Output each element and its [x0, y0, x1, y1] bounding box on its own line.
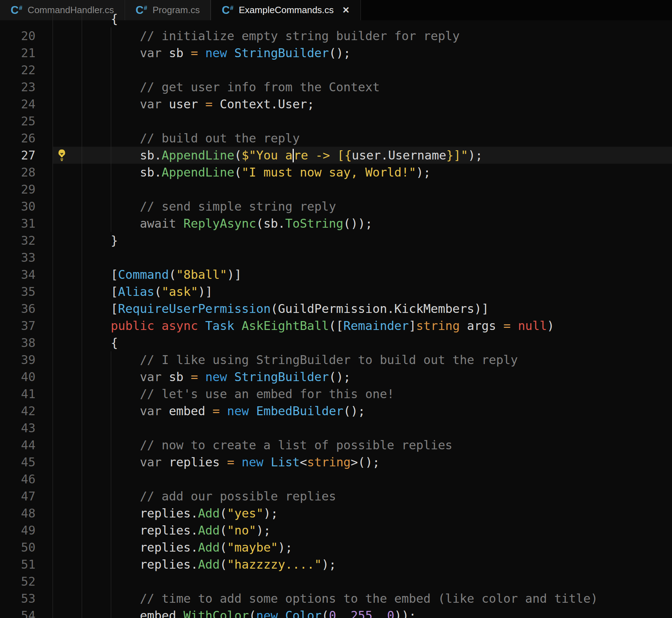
line-number[interactable]: 30	[21, 199, 36, 213]
line-number[interactable]: 46	[21, 472, 36, 486]
line-content[interactable]: // send simple string reply	[53, 198, 672, 215]
line-content[interactable]: replies.Add("no");	[53, 522, 672, 539]
code-line[interactable]: 51replies.Add("hazzzzy....");	[0, 556, 672, 573]
code-line[interactable]: 34[Command("8ball")]	[0, 266, 672, 283]
line-number[interactable]: 39	[21, 353, 36, 367]
line-content[interactable]	[53, 419, 672, 437]
code-line[interactable]: 36[RequireUserPermission(GuildPermission…	[0, 300, 672, 317]
code-line[interactable]: 46	[0, 471, 672, 488]
line-content[interactable]: // get user info from the Context	[53, 78, 672, 96]
line-content[interactable]: }	[53, 232, 672, 249]
line-number[interactable]: 48	[21, 506, 36, 520]
line-content[interactable]	[53, 61, 672, 78]
code-line[interactable]: 32}	[0, 232, 672, 249]
line-number[interactable]: 23	[21, 80, 36, 94]
line-number[interactable]: 52	[21, 574, 36, 589]
line-number[interactable]: 38	[21, 336, 36, 350]
code-editor[interactable]: {20// initialize empty string builder fo…	[0, 10, 672, 618]
line-content[interactable]: var replies = new List<string>();	[53, 454, 672, 471]
line-content[interactable]: {	[53, 334, 672, 351]
code-line[interactable]: 41// let's use an embed for this one!	[0, 385, 672, 402]
line-number[interactable]: 35	[21, 284, 36, 299]
line-content[interactable]: // I like using StringBuilder to build o…	[53, 351, 672, 368]
code-line[interactable]: 26// build out the reply	[0, 130, 672, 147]
code-line[interactable]: 37public async Task AskEightBall([Remain…	[0, 317, 672, 334]
line-number[interactable]: 43	[21, 421, 36, 435]
code-line[interactable]: 23// get user info from the Context	[0, 78, 672, 96]
line-number[interactable]: 32	[21, 233, 36, 248]
line-content[interactable]: sb.AppendLine($"You are -> [{user.Userna…	[53, 147, 672, 164]
line-content[interactable]: // now to create a list of possible repl…	[53, 437, 672, 454]
code-line[interactable]: 28sb.AppendLine("I must now say, World!"…	[0, 164, 672, 181]
line-content[interactable]: var sb = new StringBuilder();	[53, 368, 672, 385]
line-number[interactable]: 47	[21, 489, 36, 503]
line-number[interactable]: 42	[21, 404, 36, 418]
line-number[interactable]: 37	[21, 319, 36, 333]
line-content[interactable]	[53, 249, 672, 266]
code-line[interactable]: 21var sb = new StringBuilder();	[0, 44, 672, 61]
code-line[interactable]: 43	[0, 419, 672, 437]
line-content[interactable]: var embed = new EmbedBuilder();	[53, 402, 672, 419]
line-content[interactable]: replies.Add("maybe");	[53, 539, 672, 556]
line-number[interactable]: 20	[21, 29, 36, 43]
line-number[interactable]: 40	[21, 370, 36, 384]
line-number[interactable]: 26	[21, 131, 36, 145]
line-number[interactable]: 22	[21, 63, 36, 77]
code-line[interactable]: 48replies.Add("yes");	[0, 505, 672, 522]
code-line[interactable]: 44// now to create a list of possible re…	[0, 437, 672, 454]
line-number[interactable]: 44	[21, 438, 36, 452]
code-line[interactable]: {	[0, 10, 672, 27]
code-line[interactable]: 49replies.Add("no");	[0, 522, 672, 539]
line-content[interactable]: embed.WithColor(new Color(0, 255, 0));	[53, 607, 672, 618]
code-line[interactable]: 39// I like using StringBuilder to build…	[0, 351, 672, 368]
line-content[interactable]: // add our possible replies	[53, 488, 672, 505]
line-content[interactable]: [Alias("ask")]	[53, 283, 672, 300]
line-content[interactable]	[53, 181, 672, 198]
code-line[interactable]: 54embed.WithColor(new Color(0, 255, 0));	[0, 607, 672, 618]
line-content[interactable]	[53, 471, 672, 488]
line-content[interactable]: await ReplyAsync(sb.ToString());	[53, 215, 672, 232]
code-line[interactable]: 24var user = Context.User;	[0, 96, 672, 113]
line-content[interactable]: sb.AppendLine("I must now say, World!");	[53, 164, 672, 181]
line-number[interactable]: 31	[21, 216, 36, 231]
line-content[interactable]: var user = Context.User;	[53, 96, 672, 113]
code-line[interactable]: 52	[0, 573, 672, 590]
line-content[interactable]: // initialize empty string builder for r…	[53, 27, 672, 44]
line-content[interactable]: [Command("8ball")]	[53, 266, 672, 283]
line-content[interactable]: // let's use an embed for this one!	[53, 385, 672, 402]
code-line[interactable]: 45var replies = new List<string>();	[0, 454, 672, 471]
code-line[interactable]: 38{	[0, 334, 672, 351]
line-number[interactable]: 29	[21, 182, 36, 196]
line-number[interactable]: 53	[21, 591, 36, 606]
line-content[interactable]	[53, 573, 672, 590]
line-number[interactable]: 45	[21, 455, 36, 469]
line-number[interactable]: 51	[21, 557, 36, 571]
code-line[interactable]: 29	[0, 181, 672, 198]
code-line[interactable]: 40var sb = new StringBuilder();	[0, 368, 672, 385]
line-content[interactable]: // build out the reply	[53, 130, 672, 147]
code-line[interactable]: 47// add our possible replies	[0, 488, 672, 505]
code-line[interactable]: 27sb.AppendLine($"You are -> [{user.User…	[0, 147, 672, 164]
code-line[interactable]: 42var embed = new EmbedBuilder();	[0, 402, 672, 419]
line-number[interactable]: 54	[21, 608, 36, 618]
line-number[interactable]: 28	[21, 165, 36, 179]
line-content[interactable]: // time to add some options to the embed…	[53, 590, 672, 607]
code-line[interactable]: 31await ReplyAsync(sb.ToString());	[0, 215, 672, 232]
line-number[interactable]: 49	[21, 523, 36, 537]
code-line[interactable]: 20// initialize empty string builder for…	[0, 27, 672, 44]
line-number[interactable]: 41	[21, 387, 36, 401]
line-content[interactable]: [RequireUserPermission(GuildPermission.K…	[53, 300, 672, 317]
line-number[interactable]: 24	[21, 97, 36, 111]
line-content[interactable]: var sb = new StringBuilder();	[53, 44, 672, 61]
line-number[interactable]: 27	[21, 148, 36, 162]
code-line[interactable]: 50replies.Add("maybe");	[0, 539, 672, 556]
line-number[interactable]: 21	[21, 46, 36, 60]
line-number[interactable]: 33	[21, 250, 36, 265]
code-line[interactable]: 33	[0, 249, 672, 266]
line-number[interactable]: 50	[21, 540, 36, 554]
code-line[interactable]: 25	[0, 113, 672, 130]
line-number[interactable]: 36	[21, 302, 36, 316]
line-number[interactable]: 25	[21, 114, 36, 128]
line-content[interactable]: replies.Add("hazzzzy....");	[53, 556, 672, 573]
code-line[interactable]: 53// time to add some options to the emb…	[0, 590, 672, 607]
